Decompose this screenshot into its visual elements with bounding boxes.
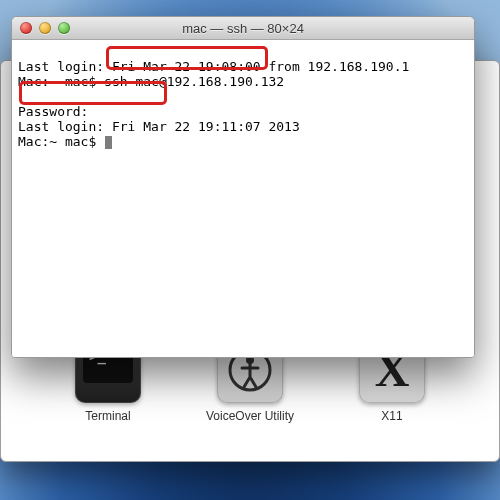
close-button[interactable] — [20, 22, 32, 34]
line-password: Password: — [18, 104, 88, 119]
line-last-login-local: Last login: Fri Mar 22 19:11:07 2013 — [18, 119, 300, 134]
app-label: X11 — [381, 409, 402, 423]
app-label: VoiceOver Utility — [206, 409, 294, 423]
minimize-button[interactable] — [39, 22, 51, 34]
line-prompt-1: Mac:~ mac$ — [18, 74, 104, 89]
app-label: Terminal — [85, 409, 130, 423]
line-prompt-2: Mac:~ mac$ — [18, 134, 104, 149]
cursor — [105, 136, 112, 149]
line-blank — [18, 89, 26, 104]
zoom-button[interactable] — [58, 22, 70, 34]
terminal-output[interactable]: Last login: Fri Mar 22 19:08:00 from 192… — [12, 40, 474, 357]
line-ssh-command: ssh mac@192.168.190.132 — [104, 74, 284, 89]
line-last-login-remote: Last login: Fri Mar 22 19:08:00 from 192… — [18, 59, 409, 74]
terminal-window[interactable]: mac — ssh — 80×24 Last login: Fri Mar 22… — [11, 16, 475, 358]
traffic-lights — [20, 22, 70, 34]
window-title: mac — ssh — 80×24 — [12, 21, 474, 36]
titlebar[interactable]: mac — ssh — 80×24 — [12, 17, 474, 40]
